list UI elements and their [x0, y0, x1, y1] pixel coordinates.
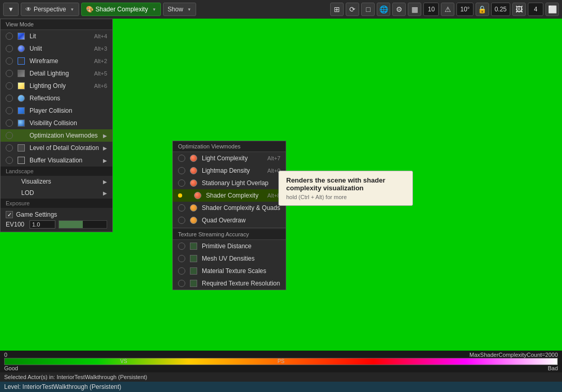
primitive-distance-label: Primitive Distance	[202, 243, 280, 250]
texture-section-header: Texture Streaming Accuracy	[173, 229, 286, 240]
visibility-collision-label: Visibility Collision	[29, 119, 107, 127]
angle-display: 10°	[456, 3, 473, 16]
menu-item-player-collision[interactable]: Player Collision	[1, 104, 112, 117]
image-icon-btn[interactable]: 🖼	[512, 3, 526, 16]
unlit-shortcut: Alt+3	[94, 46, 107, 52]
lod-coloration-label: Level of Detail Coloration	[29, 144, 99, 152]
lighting-only-label: Lighting Only	[29, 82, 90, 89]
warning-icon-btn[interactable]: ⚠	[441, 3, 454, 16]
lit-icon	[17, 32, 25, 40]
lock-icon-btn[interactable]: 🔒	[476, 3, 489, 16]
menu-item-lightmap-density[interactable]: Lightmap Density Alt+0	[173, 164, 286, 177]
menu-item-shader-complexity[interactable]: Shader Complexity Alt+8	[173, 189, 286, 202]
ev100-input[interactable]	[29, 220, 55, 229]
shader-complexity-tooltip: Renders the scene with shader complexity…	[278, 171, 413, 206]
warning-icon: ⚠	[445, 5, 451, 13]
grid-icon-btn[interactable]: ⊞	[330, 3, 344, 16]
menu-item-quad-overdraw[interactable]: Quad Overdraw	[173, 214, 286, 227]
menu-item-lod-coloration[interactable]: Level of Detail Coloration ▶	[1, 142, 112, 154]
sc-quads-icon	[189, 204, 198, 212]
world-icon: 🌐	[379, 5, 388, 13]
lighting-only-shortcut: Alt+6	[94, 83, 107, 89]
exposure-header: Exposure	[1, 199, 112, 208]
radio-light-complexity	[178, 155, 185, 162]
rotate-icon: ⟳	[349, 5, 356, 13]
lock-icon: 🔒	[478, 5, 486, 13]
light-complexity-icon	[189, 154, 198, 162]
material-texture-icon	[189, 267, 198, 275]
detail-lighting-icon	[17, 69, 25, 78]
radio-material-texture	[178, 267, 185, 275]
layout-icon-btn[interactable]: ▦	[408, 3, 421, 16]
max-shader-complexity-label: MaxShaderComplexityCount=2000	[469, 352, 558, 358]
optimization-icon	[17, 131, 25, 140]
shader-complexity-menu-label: Shader Complexity	[206, 192, 263, 199]
lightmap-density-icon	[189, 167, 198, 175]
landscape-header: Landscape	[1, 167, 112, 176]
perspective-button[interactable]: 👁 Perspective	[21, 3, 79, 16]
game-settings-row[interactable]: Game Settings	[6, 210, 107, 219]
menu-item-mesh-uv[interactable]: Mesh UV Densities	[173, 252, 286, 265]
radio-lighting-only	[6, 82, 13, 89]
good-bad-row: Good Bad	[0, 365, 562, 372]
rotate-icon-btn[interactable]: ⟳	[346, 3, 359, 16]
ps-marker: PS	[277, 358, 284, 364]
menu-item-required-texture[interactable]: Required Texture Resolution	[173, 277, 286, 290]
unlit-label: Unlit	[29, 45, 90, 52]
radio-optimization	[6, 132, 13, 139]
exposure-section: Game Settings EV100	[1, 208, 112, 232]
world-icon-btn[interactable]: 🌐	[377, 3, 390, 16]
toolbar: ▼ 👁 Perspective 🎨 Shader Complexity Show…	[0, 0, 562, 19]
menu-item-detail-lighting[interactable]: Detail Lighting Alt+5	[1, 67, 112, 80]
quad-overdraw-label: Quad Overdraw	[202, 217, 280, 224]
menu-item-optimization-viewmodes[interactable]: Optimization Viewmodes ▶	[1, 129, 112, 142]
viewport-options-button[interactable]: ▼	[3, 3, 19, 16]
ev100-label: EV100	[6, 221, 26, 228]
unlit-icon	[17, 44, 25, 53]
menu-item-reflections[interactable]: Reflections	[1, 92, 112, 104]
radio-primitive-distance	[178, 243, 185, 250]
game-settings-checkbox[interactable]	[6, 211, 13, 218]
menu-item-material-texture[interactable]: Material Texture Scales	[173, 265, 286, 277]
menu-item-lod[interactable]: LOD ▶	[1, 187, 112, 199]
menu-item-lit[interactable]: Lit Alt+4	[1, 30, 112, 42]
view-mode-menu: View Mode Lit Alt+4 Unlit Alt+3 Wirefram…	[0, 19, 113, 232]
shader-complexity-button[interactable]: 🎨 Shader Complexity	[81, 3, 161, 16]
stationary-light-icon	[189, 179, 198, 187]
lit-label: Lit	[29, 33, 90, 40]
dropdown-arrow-icon: ▼	[8, 6, 14, 13]
maximize-icon-btn[interactable]: ⬜	[545, 3, 559, 16]
menu-item-buffer-visualization[interactable]: Buffer Visualization ▶	[1, 154, 112, 167]
ev100-slider[interactable]	[58, 220, 107, 229]
detail-lighting-label: Detail Lighting	[29, 70, 90, 77]
visualizers-arrow-icon: ▶	[103, 179, 107, 185]
num10-display: 10	[423, 3, 439, 16]
view-mode-section-header: View Mode	[1, 19, 112, 30]
menu-item-primitive-distance[interactable]: Primitive Distance	[173, 240, 286, 252]
menu-item-light-complexity[interactable]: Light Complexity Alt+7	[173, 152, 286, 164]
level-bar: Level: InteriorTestWalkthrough (Persiste…	[0, 382, 562, 392]
menu-item-stationary-light[interactable]: Stationary Light Overlap	[173, 177, 286, 189]
show-button[interactable]: Show	[163, 3, 196, 16]
wireframe-icon	[17, 57, 25, 65]
light-complexity-label: Light Complexity	[202, 155, 263, 162]
settings-icon-btn[interactable]: ⚙	[392, 3, 406, 16]
menu-item-visualizers[interactable]: Visualizers ▶	[1, 176, 112, 187]
vs-marker: VS	[120, 358, 127, 364]
menu-item-unlit[interactable]: Unlit Alt+3	[1, 42, 112, 55]
lod-coloration-icon	[17, 144, 25, 152]
lod-label: LOD	[21, 189, 99, 197]
layout-icon: ▦	[411, 5, 418, 13]
lod-coloration-arrow-icon: ▶	[103, 145, 107, 151]
num4-display: 4	[528, 3, 543, 16]
menu-item-shader-complexity-quads[interactable]: Shader Complexity & Quads	[173, 202, 286, 214]
bottom-bar: 0 MaxShaderComplexityCount=2000 VS PS Go…	[0, 351, 562, 392]
box-icon-btn[interactable]: □	[361, 3, 375, 16]
status-text: Selected Actor(s) in: InteriorTestWalkth…	[4, 374, 147, 380]
menu-item-visibility-collision[interactable]: Visibility Collision	[1, 117, 112, 129]
menu-item-lighting-only[interactable]: Lighting Only Alt+6	[1, 80, 112, 92]
show-label: Show	[168, 6, 183, 13]
quad-overdraw-icon	[189, 216, 198, 224]
status-bar: Selected Actor(s) in: InteriorTestWalkth…	[0, 372, 562, 382]
menu-item-wireframe[interactable]: Wireframe Alt+2	[1, 55, 112, 67]
